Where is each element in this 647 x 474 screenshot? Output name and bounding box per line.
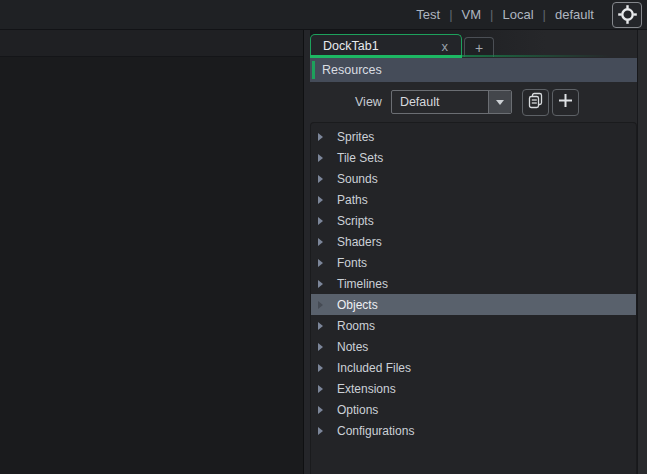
dropdown-arrow-button[interactable]: [488, 91, 511, 113]
tree-row-label: Rooms: [337, 319, 375, 333]
tree-row-label: Scripts: [337, 214, 374, 228]
expand-arrow-icon[interactable]: [318, 217, 323, 225]
expand-arrow-icon[interactable]: [318, 280, 323, 288]
tree-row[interactable]: Rooms: [311, 315, 636, 336]
copy-icon: [527, 92, 544, 112]
target-config-item[interactable]: Test: [416, 7, 440, 22]
tree-row-label: Included Files: [337, 361, 411, 375]
add-view-button[interactable]: [552, 89, 579, 116]
accent-bar: [312, 61, 315, 79]
expand-arrow-icon[interactable]: [318, 406, 323, 414]
target-platform-item[interactable]: Local: [502, 7, 533, 22]
tree-row-label: Configurations: [337, 424, 414, 438]
resource-tree: Sprites Tile Sets Sounds Paths: [310, 122, 637, 474]
expand-arrow-icon[interactable]: [318, 427, 323, 435]
target-separator: |: [449, 7, 452, 22]
build-target-group: Test | VM | Local | default: [416, 2, 642, 28]
app-window: Test | VM | Local | default: [0, 0, 647, 474]
expand-arrow-icon[interactable]: [318, 154, 323, 162]
target-icon: [617, 4, 638, 25]
view-dropdown-value[interactable]: Default: [392, 91, 488, 113]
resources-dock: DockTab1 x + Resources View Default: [310, 30, 637, 474]
view-toolbar: View Default: [310, 82, 637, 122]
tree-row-label: Extensions: [337, 382, 396, 396]
target-runtime-item[interactable]: VM: [462, 7, 482, 22]
expand-arrow-icon[interactable]: [318, 133, 323, 141]
tree-row[interactable]: Included Files: [311, 357, 636, 378]
duplicate-view-button[interactable]: [522, 89, 549, 116]
left-workspace-pane: [0, 30, 303, 474]
tree-row[interactable]: Sounds: [311, 168, 636, 189]
tree-row-label: Paths: [337, 193, 368, 207]
main-body: DockTab1 x + Resources View Default: [0, 30, 647, 474]
tree-row-label: Fonts: [337, 256, 367, 270]
target-separator: |: [490, 7, 493, 22]
tree-row[interactable]: Extensions: [311, 378, 636, 399]
tree-row[interactable]: Paths: [311, 189, 636, 210]
tree-row-label: Objects: [337, 298, 378, 312]
tree-row-label: Sounds: [337, 172, 378, 186]
expand-arrow-icon[interactable]: [318, 196, 323, 204]
left-tab-strip: [0, 30, 303, 57]
target-device-item[interactable]: default: [555, 7, 594, 22]
expand-arrow-icon[interactable]: [318, 175, 323, 183]
tab-docktab1[interactable]: DockTab1 x: [310, 34, 462, 57]
add-tab-button[interactable]: +: [464, 37, 494, 57]
tree-row-label: Timelines: [337, 277, 388, 291]
expand-arrow-icon[interactable]: [318, 322, 323, 330]
tree-row-label: Notes: [337, 340, 368, 354]
tree-row-label: Sprites: [337, 130, 374, 144]
target-separator: |: [543, 7, 546, 22]
expand-arrow-icon[interactable]: [318, 259, 323, 267]
tree-row[interactable]: Timelines: [311, 273, 636, 294]
expand-arrow-icon[interactable]: [318, 301, 323, 309]
tree-row[interactable]: Configurations: [311, 420, 636, 441]
tab-label: DockTab1: [323, 39, 379, 53]
plus-icon: [558, 93, 573, 111]
tree-row[interactable]: Shaders: [311, 231, 636, 252]
dock-tab-strip: DockTab1 x +: [310, 30, 637, 57]
dock-gutter: [638, 30, 647, 474]
panel-title: Resources: [322, 63, 382, 77]
tree-row[interactable]: Options: [311, 399, 636, 420]
tree-row-label: Options: [337, 403, 378, 417]
tree-row[interactable]: Fonts: [311, 252, 636, 273]
tree-row[interactable]: Scripts: [311, 210, 636, 231]
tree-row-label: Tile Sets: [337, 151, 383, 165]
tree-row[interactable]: Notes: [311, 336, 636, 357]
workspace-canvas: [0, 57, 303, 474]
target-button[interactable]: [612, 2, 642, 28]
expand-arrow-icon[interactable]: [318, 238, 323, 246]
panel-splitter[interactable]: [303, 30, 310, 474]
chevron-down-icon: [496, 100, 504, 105]
panel-header: Resources: [310, 58, 637, 82]
view-label: View: [355, 95, 382, 109]
tree-row-label: Shaders: [337, 235, 382, 249]
expand-arrow-icon[interactable]: [318, 343, 323, 351]
expand-arrow-icon[interactable]: [318, 385, 323, 393]
tree-row[interactable]: Sprites: [311, 126, 636, 147]
view-dropdown[interactable]: Default: [391, 90, 512, 114]
tree-row[interactable]: Objects: [311, 294, 636, 315]
top-target-bar: Test | VM | Local | default: [0, 0, 647, 30]
close-icon[interactable]: x: [439, 39, 452, 54]
expand-arrow-icon[interactable]: [318, 364, 323, 372]
tree-row[interactable]: Tile Sets: [311, 147, 636, 168]
